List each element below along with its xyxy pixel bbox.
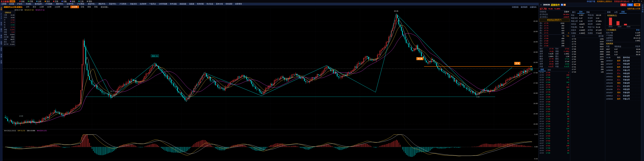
macd-canvas[interactable] [2,129,538,161]
mobile-download-link[interactable]: 手机版下载 [587,0,595,3]
report-row[interactable]: 25/05/27推荐民生证券 [605,59,641,62]
sidebar-item-画线[interactable]: 画线 [0,40,2,46]
nav-item-全景图[interactable]: 全景图 [0,3,8,6]
menu-工具[interactable]: 工具 [77,0,85,3]
news-ticker[interactable]: 机构集体上调目标价 [597,0,612,3]
report-row[interactable]: 10:36快讯盘中异动 [605,56,641,59]
sell-button[interactable]: 卖出 [627,3,633,6]
price-canvas[interactable] [2,9,538,129]
toolbar-button-深度复盘[interactable]: 深度复盘 [512,6,518,8]
bid-row-买5[interactable]: 买517.66208 [538,45,570,47]
period-tab-15分钟[interactable]: 15分钟 [53,6,62,8]
period-tab-周线[interactable]: 周线 [86,6,92,8]
report-row[interactable]: 24/04/15买入华泰证券 [605,78,641,82]
ask-row-卖3[interactable]: 卖317.73642 [538,27,570,30]
period-tab-月线[interactable]: 月线 [92,6,99,8]
report-row[interactable]: 23/12/03买入民生证券 [605,85,641,88]
menu-交易[interactable]: 交易 [52,0,60,3]
nav-item-沪深债券[interactable]: 沪深债券 [118,3,129,6]
sidebar-item-F10[interactable]: F10 [0,12,2,21]
menu-资讯[interactable]: 资讯 [43,0,52,3]
sidebar-item-走势[interactable]: 走势 [0,59,2,65]
news-tab-研报[interactable]: 研报 [620,11,626,14]
nav-item-龙虎榜单[interactable]: 龙虎榜单 [138,3,148,6]
report-row[interactable]: 23/10/27增持华泰证券 [605,91,641,94]
report-row[interactable]: 23/08/28推荐中金公司 [605,97,641,101]
macd-pane[interactable]: MACD(12,26,9)DIF:0.172DEA:0.006MACD:0.17… [2,129,538,161]
menu-功能[interactable]: 功能 [60,0,68,3]
menu-行情[interactable]: 行情 [26,0,35,3]
period-tab-分时[interactable]: 分时 [24,6,31,8]
nav-item-期权市场[interactable]: 期权市场 [55,3,65,6]
bid-row-买3[interactable]: 买317.68233 [538,40,570,42]
ask-row-卖4[interactable]: 卖417.74282 [538,25,570,27]
nav-item-板块监测[interactable]: 板块监测 [34,3,44,6]
nav-item-分析师指数[interactable]: 分析师指数 [158,3,169,6]
nav-item-沪深港通[interactable]: 沪深港通 [76,3,86,6]
fund-tab-基本[interactable]: 基本 [577,11,584,14]
nav-item-机构挖掘[interactable]: 机构挖掘 [196,3,205,6]
sidebar-item-主图[interactable]: 主图 [0,6,2,12]
period-tab-1分钟[interactable]: 1分钟 [38,6,46,8]
news-tab-新闻[interactable]: 新闻 [605,11,612,13]
report-row[interactable]: 24/04/22买入中航证券 [605,72,641,75]
nav-item-基本长线[interactable]: 基本长线 [215,3,224,6]
report-row[interactable]: 24/08/28买入中金公司 [605,69,641,72]
maximize-icon[interactable]: ❐ [637,0,640,2]
period-tab-日线[interactable]: 日线 [79,6,86,8]
l2-upgrade-link[interactable]: 免费开通LV2行情 [627,8,640,10]
nav-item-热点追击[interactable]: 热点追击 [205,3,215,6]
report-row[interactable]: 23/11/06买入中航证券 [605,88,641,91]
nav-item-资金流向[interactable]: 资金流向 [129,3,138,6]
period-tab-60分钟[interactable]: 60分钟 [70,6,79,8]
fund-tab-盘口[interactable]: 盘口 [570,11,577,13]
report-row[interactable]: 24/01/03增持华泰证券 [605,82,641,85]
nav-item-港股市场[interactable]: 港股市场 [97,3,108,6]
buy-button[interactable]: 买入 [620,3,626,6]
close-icon[interactable]: ✕ [640,0,643,2]
ask-row-卖1[interactable]: 卖117.71186-5 [538,32,570,34]
nav-item-条件选股[interactable]: 条件选股 [169,3,178,6]
open-nav-button[interactable]: 打开导航 [642,3,644,13]
settings-icon[interactable]: ⚙ [631,0,634,2]
sidebar-item-盘口[interactable]: 盘口 [0,27,2,33]
period-tab-30分钟[interactable]: 30分钟 [62,6,70,8]
candlestick-chart[interactable]: MA5:17.58MA10:17.42MA20:17.11 20.0019.50… [2,9,538,161]
nav-item-高管增持[interactable]: 高管增持 [234,3,243,6]
tick-tab-分价[interactable]: 分价 [546,69,553,71]
open-account-banner[interactable]: 抓住机会,即刻开户! [539,19,570,22]
menu-帮助[interactable]: 帮助 [85,0,94,3]
nav-item-自选股[interactable]: 自选股 [8,3,16,6]
tick-tab-明细[interactable]: 明细 [538,68,546,71]
menu-分析[interactable]: 分析 [35,0,43,3]
report-row[interactable]: 23/09/12买入民生证券 [605,94,641,97]
news-tab-公告[interactable]: 公告 [612,11,620,13]
period-tab-多日[interactable]: 多日 [31,6,38,8]
toolbar-button-融资融券[interactable]: 融资融券 [521,6,528,8]
nav-item-高级选股[interactable]: 高级选股 [178,3,188,6]
menu-系统[interactable]: 系统 [18,0,26,3]
sidebar-item-资金[interactable]: 资金 [0,53,2,59]
bid-row-买2[interactable]: 买217.69459 [538,37,570,40]
sidebar-item-多空[interactable]: 多空 [0,46,2,53]
report-row[interactable]: 24/11/07买入中航证券 [605,62,641,66]
fund-tab-资金[interactable]: 资金 [584,11,592,13]
nav-item-沪深京[interactable]: 沪深京 [16,3,25,6]
toolbar-button-设置指标[interactable]: 设置指标 [530,6,536,8]
nav-item-机构调研[interactable]: 机构调研 [224,3,234,6]
sidebar-item-资讯[interactable]: 资讯 [0,21,2,27]
bid-row-买1[interactable]: 买117.7075+31 [538,35,570,37]
menu-智能[interactable]: 智能 [68,0,77,3]
nav-item-选股器[interactable]: 选股器 [188,3,196,6]
bid-row-买4[interactable]: 买417.67150 [538,42,570,45]
minimize-icon[interactable]: ─ [634,0,637,2]
nav-item-沪深指数[interactable]: 沪深指数 [44,3,55,6]
more-periods-dropdown[interactable]: 更多周期 [99,6,110,8]
alert-ticker[interactable]: 草原股份预亏超10亿 [614,0,630,3]
nav-item-科创板[interactable]: 科创板 [25,3,34,6]
nav-item-美股市场[interactable]: 美股市场 [86,3,97,6]
nav-item-个股风云[interactable]: 个股风云 [148,3,158,6]
trade-button[interactable]: 交易 [634,3,640,6]
ask-row-卖5[interactable]: 卖517.751018 [538,22,570,25]
holders-more-link[interactable]: 更多> [636,29,640,32]
